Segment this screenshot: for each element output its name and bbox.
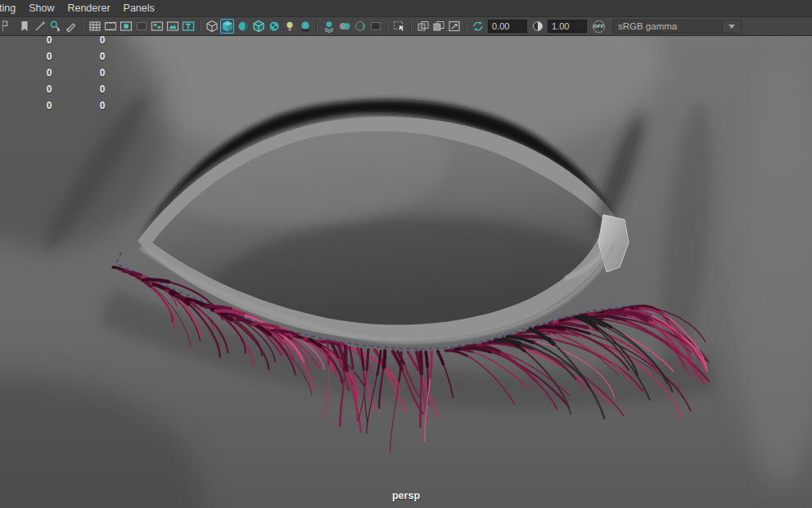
flat-shade-icon[interactable] bbox=[236, 19, 250, 34]
view-transform-label: sRGB gamma bbox=[613, 21, 722, 31]
chevron-down-icon[interactable] bbox=[722, 20, 741, 33]
viewport[interactable]: 0000000000 persp bbox=[0, 36, 812, 508]
toolbar-separator bbox=[386, 20, 388, 33]
maya-viewport-panel: tingShowRendererPanels offsRGB gamma bbox=[0, 0, 812, 508]
cube-shaded-icon[interactable] bbox=[220, 19, 234, 34]
menu-ting[interactable]: ting bbox=[0, 0, 22, 17]
wire-on-shaded-icon[interactable] bbox=[251, 19, 265, 34]
menu-renderer[interactable]: Renderer bbox=[61, 0, 116, 17]
quill-icon[interactable] bbox=[33, 19, 47, 34]
viewport-toolbar: offsRGB gamma bbox=[0, 17, 812, 36]
menu-panels[interactable]: Panels bbox=[117, 0, 161, 17]
color-management-toggle[interactable]: off bbox=[593, 20, 605, 33]
resolution-gate-icon[interactable] bbox=[119, 19, 133, 34]
text-box-icon[interactable] bbox=[181, 19, 195, 34]
shadows-icon[interactable] bbox=[298, 19, 312, 34]
film-gate-icon[interactable] bbox=[103, 19, 117, 34]
snapshot-back-icon[interactable] bbox=[431, 19, 445, 34]
view-transform-dropdown[interactable]: sRGB gamma bbox=[612, 20, 742, 34]
textured-icon[interactable] bbox=[267, 19, 281, 34]
field-chart-icon[interactable] bbox=[150, 19, 164, 34]
isolate-select-icon[interactable] bbox=[392, 19, 406, 34]
screen-ao-icon[interactable] bbox=[322, 19, 336, 34]
motion-blur-icon[interactable] bbox=[368, 19, 382, 34]
grid-icon[interactable] bbox=[88, 19, 102, 34]
exposure-field[interactable] bbox=[488, 20, 527, 33]
bookmark-icon[interactable] bbox=[17, 19, 31, 34]
toolbar-separator bbox=[199, 20, 201, 33]
pane-maximize-icon[interactable] bbox=[447, 19, 461, 34]
cube-wireframe-icon[interactable] bbox=[205, 19, 219, 34]
panel-menu-bar: tingShowRendererPanels bbox=[0, 0, 812, 17]
depth-of-field-icon[interactable] bbox=[337, 19, 351, 34]
toolbar-separator bbox=[82, 20, 83, 33]
toolbar-separator bbox=[410, 20, 412, 33]
menu-show[interactable]: Show bbox=[22, 0, 61, 17]
image-plane-icon[interactable] bbox=[165, 19, 179, 34]
toolbar-separator bbox=[316, 20, 318, 33]
exposure-icon[interactable] bbox=[471, 19, 485, 34]
zoom-select-icon[interactable] bbox=[48, 19, 62, 34]
use-all-lights-icon[interactable] bbox=[282, 19, 296, 34]
contrast-icon[interactable] bbox=[530, 19, 544, 34]
snapshot-front-icon[interactable] bbox=[416, 19, 430, 34]
occlusion-icon[interactable] bbox=[353, 19, 367, 34]
contrast-field[interactable] bbox=[548, 20, 587, 33]
viewport-canvas[interactable] bbox=[0, 36, 812, 508]
flag-icon[interactable] bbox=[2, 19, 16, 34]
pen-icon[interactable] bbox=[64, 19, 78, 34]
toolbar-separator bbox=[465, 20, 467, 33]
gate-mask-icon[interactable] bbox=[134, 19, 148, 34]
